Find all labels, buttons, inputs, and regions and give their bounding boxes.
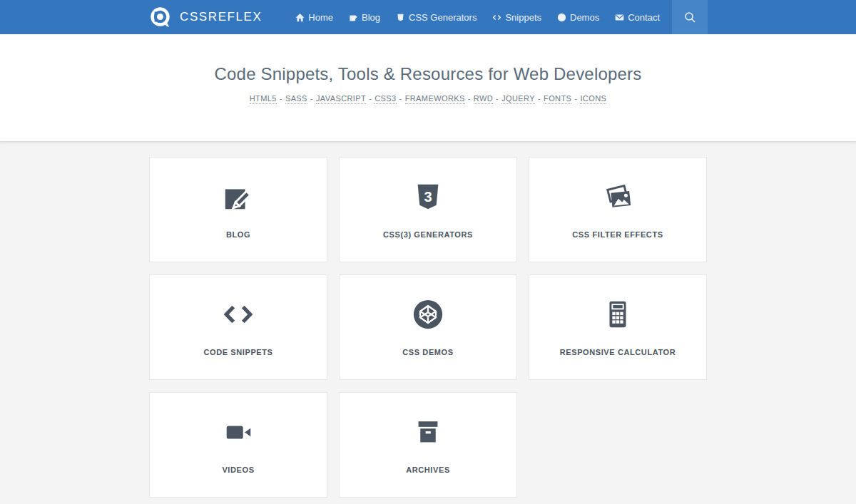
css3-shield-icon: 3 bbox=[412, 180, 444, 213]
card-label: CSS FILTER EFFECTS bbox=[572, 230, 663, 239]
hero-section: Code Snippets, Tools & Resources for Web… bbox=[0, 34, 856, 141]
content-area: BLOG 3 CSS(3) GENERATORS CSS FILTER EFFE… bbox=[0, 141, 856, 504]
video-camera-icon bbox=[222, 416, 255, 448]
card-label: CODE SNIPPETS bbox=[203, 348, 272, 356]
card-css-filter-effects[interactable]: CSS FILTER EFFECTS bbox=[529, 157, 707, 262]
card-label: VIDEOS bbox=[222, 466, 254, 474]
svg-text:3: 3 bbox=[424, 189, 432, 205]
tag-separator: - bbox=[280, 94, 282, 103]
card-label: CSS(3) GENERATORS bbox=[383, 230, 473, 239]
card-code-snippets[interactable]: CODE SNIPPETS bbox=[149, 274, 327, 380]
navbar: CSSREFLEX Home Blog 3 CSS Generators Sni… bbox=[0, 0, 856, 34]
cards-grid: BLOG 3 CSS(3) GENERATORS CSS FILTER EFFE… bbox=[149, 157, 707, 498]
card-responsive-calculator[interactable]: RESPONSIVE CALCULATOR bbox=[529, 274, 707, 380]
tag-separator: - bbox=[468, 94, 471, 103]
nav-item-css-generators[interactable]: 3 CSS Generators bbox=[388, 0, 484, 34]
nav-item-label: Demos bbox=[570, 12, 599, 23]
brand[interactable]: CSSREFLEX bbox=[148, 6, 263, 29]
tag-link-fonts[interactable]: FONTS bbox=[544, 94, 571, 104]
page-title: Code Snippets, Tools & Resources for Web… bbox=[0, 64, 856, 84]
code-brackets-icon bbox=[222, 298, 255, 331]
nav-item-label: Snippets bbox=[505, 12, 541, 23]
svg-text:3: 3 bbox=[399, 15, 402, 19]
tag-link-css3[interactable]: CSS3 bbox=[374, 94, 396, 104]
tag-links-row: HTML5-SASS-JAVASCRIPT-CSS3-FRAMEWORKS-RW… bbox=[0, 94, 856, 103]
nav-item-label: Blog bbox=[362, 12, 380, 23]
codepen-circle-icon bbox=[412, 298, 444, 331]
archive-box-icon bbox=[412, 416, 444, 448]
tag-link-javascript[interactable]: JAVASCRIPT bbox=[316, 94, 366, 104]
envelope-icon bbox=[615, 13, 624, 22]
card-label: BLOG bbox=[226, 230, 250, 239]
pencil-square-icon bbox=[222, 180, 255, 213]
tag-link-sass[interactable]: SASS bbox=[285, 94, 307, 104]
codepen-circle-icon bbox=[557, 13, 566, 22]
tag-separator: - bbox=[574, 94, 577, 103]
cssreflex-logo-icon bbox=[148, 6, 172, 29]
code-brackets-icon bbox=[492, 13, 501, 22]
home-icon bbox=[295, 13, 305, 22]
card-label: CSS DEMOS bbox=[402, 348, 453, 356]
card-css-demos[interactable]: CSS DEMOS bbox=[339, 274, 517, 380]
card-label: ARCHIVES bbox=[406, 466, 450, 474]
nav-item-blog[interactable]: Blog bbox=[341, 0, 388, 34]
tag-separator: - bbox=[310, 94, 313, 103]
nav-item-snippets[interactable]: Snippets bbox=[484, 0, 549, 34]
images-icon bbox=[601, 180, 634, 213]
card-videos[interactable]: VIDEOS bbox=[149, 392, 327, 498]
search-button[interactable] bbox=[672, 0, 708, 34]
nav-container: CSSREFLEX Home Blog 3 CSS Generators Sni… bbox=[148, 0, 708, 34]
tag-separator: - bbox=[496, 94, 499, 103]
brand-name: CSSREFLEX bbox=[180, 10, 263, 24]
nav-menu: Home Blog 3 CSS Generators Snippets Demo… bbox=[287, 0, 708, 34]
nav-item-contact[interactable]: Contact bbox=[607, 0, 668, 34]
calculator-icon bbox=[601, 298, 634, 331]
card-css-3-generators[interactable]: 3 CSS(3) GENERATORS bbox=[339, 157, 517, 262]
nav-item-demos[interactable]: Demos bbox=[549, 0, 607, 34]
nav-item-label: CSS Generators bbox=[409, 12, 477, 23]
nav-item-home[interactable]: Home bbox=[287, 0, 341, 34]
tag-link-rwd[interactable]: RWD bbox=[474, 94, 493, 104]
card-archives[interactable]: ARCHIVES bbox=[339, 392, 517, 498]
tag-separator: - bbox=[538, 94, 541, 103]
tag-link-jquery[interactable]: JQUERY bbox=[501, 94, 535, 104]
tag-link-icons[interactable]: ICONS bbox=[580, 94, 606, 104]
nav-item-label: Home bbox=[308, 12, 333, 23]
pencil-square-icon bbox=[349, 13, 358, 22]
tag-separator: - bbox=[399, 94, 402, 103]
css3-shield-icon: 3 bbox=[396, 13, 405, 22]
tag-separator: - bbox=[369, 94, 372, 103]
card-label: RESPONSIVE CALCULATOR bbox=[560, 348, 676, 356]
tag-link-html5[interactable]: HTML5 bbox=[250, 94, 277, 104]
card-blog[interactable]: BLOG bbox=[149, 157, 327, 262]
tag-link-frameworks[interactable]: FRAMEWORKS bbox=[405, 94, 465, 104]
search-icon bbox=[684, 11, 696, 24]
nav-item-label: Contact bbox=[628, 12, 660, 23]
